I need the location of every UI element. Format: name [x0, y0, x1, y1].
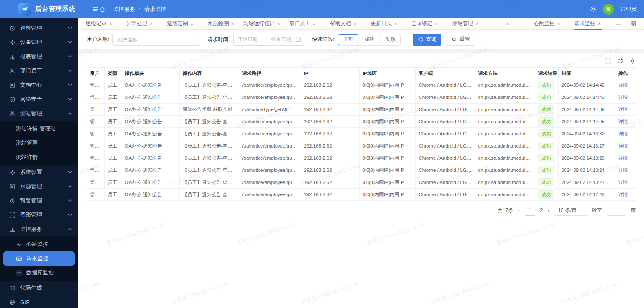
sidebar-item-database-monitor[interactable]: 数据库监控	[0, 266, 78, 280]
sidebar-item-document-center[interactable]: 文档中心	[0, 78, 78, 92]
cell-region: 0|0|0|内网IP|内网IP	[359, 128, 415, 140]
detail-link[interactable]: 详情	[618, 192, 628, 197]
close-icon[interactable]: ×	[313, 21, 316, 27]
cell-module: OA办公-通知公告	[122, 140, 179, 152]
close-icon[interactable]: ×	[353, 21, 356, 27]
tab-request-monitor[interactable]: 请求监控×	[567, 18, 608, 29]
sidebar-item-heartbeat-monitor[interactable]: 心跳监控	[0, 237, 78, 251]
detail-link[interactable]: 详情	[618, 83, 628, 88]
sidebar-item-code-generation[interactable]: 代码生成	[0, 281, 78, 295]
tab-water-quality[interactable]: 水质检测×	[200, 18, 241, 29]
tab-inspection-records[interactable]: 巡检记录×	[78, 18, 119, 29]
tab-unnamed[interactable]: ×	[486, 18, 527, 29]
quick-filter-success[interactable]: 成功	[359, 34, 380, 45]
close-icon[interactable]: ×	[109, 21, 112, 27]
username-input[interactable]	[112, 34, 200, 46]
home-icon[interactable]	[99, 6, 106, 13]
cell-user: 管理员	[87, 79, 104, 91]
alarm-icon	[9, 198, 16, 204]
cell-path: /oa/noticeType/getAll	[239, 104, 301, 116]
sidebar-item-station-detail-admin[interactable]: 测站详情-管理站	[0, 122, 78, 136]
sidebar-item-system-settings[interactable]: 系统设置	[0, 165, 78, 179]
tab-department-staff[interactable]: 部门员工×	[282, 18, 323, 29]
quick-filter-all[interactable]: 全部	[338, 34, 359, 45]
sidebar-item-request-monitor[interactable]: 请求监控	[3, 251, 75, 266]
grid-layout-icon[interactable]	[630, 21, 636, 27]
close-icon[interactable]: ×	[150, 21, 153, 27]
tab-changelog[interactable]: 更新日志×	[364, 18, 404, 29]
detail-link[interactable]: 详情	[618, 180, 628, 185]
chevron-down-icon	[68, 199, 72, 202]
sidebar-item-station-detail[interactable]: 测站详情	[0, 150, 78, 164]
gear-icon[interactable]	[590, 6, 597, 13]
quick-filter-fail[interactable]: 失败	[380, 34, 400, 45]
search-button[interactable]: 查询	[413, 34, 441, 46]
sidebar-item-network-security[interactable]: 网络安全	[0, 92, 78, 106]
more-tabs-icon[interactable]: ⋯	[616, 21, 622, 27]
close-icon[interactable]: ×	[475, 21, 478, 27]
page-2-button[interactable]: 2	[540, 207, 543, 213]
close-icon[interactable]: ×	[435, 21, 438, 27]
sidebar-item-monitor-services[interactable]: 监控服务	[0, 222, 78, 236]
prev-page-icon[interactable]: ‹	[518, 207, 520, 214]
tab-exception-handling[interactable]: 异常处理×	[119, 18, 160, 29]
tab-help-docs[interactable]: 帮助文档×	[323, 18, 364, 29]
fullscreen-icon[interactable]	[605, 58, 611, 64]
cell-client: Chrome / Android / LGNexus 5	[415, 176, 475, 189]
close-icon[interactable]: ×	[394, 21, 397, 27]
detail-link[interactable]: 详情	[618, 95, 628, 100]
reset-button[interactable]: 重置	[446, 34, 475, 46]
avatar[interactable]: 管	[603, 4, 614, 15]
tab-line-customization[interactable]: 巡线定制×	[160, 18, 200, 29]
cell-region: 0|0|0|内网IP|内网IP	[359, 176, 415, 189]
sidebar-item-inspection-mgmt[interactable]: 巡检管理	[0, 21, 78, 35]
chevron-down-icon	[579, 209, 583, 212]
tab-login-lock[interactable]: 登录锁定×	[404, 18, 445, 29]
cell-type: 员工	[104, 91, 122, 104]
sidebar-item-device-mgmt[interactable]: 设备管理	[0, 35, 78, 49]
tab-station-mgmt[interactable]: 测站管理×	[445, 18, 486, 29]
detail-link[interactable]: 详情	[618, 143, 628, 148]
close-icon[interactable]: ×	[506, 21, 509, 27]
sidebar-item-water-source-mgmt[interactable]: 水源管理	[0, 179, 78, 194]
cell-type: 员工	[104, 189, 122, 201]
cell-client: Chrome / Android / LGNexus 5	[415, 116, 475, 128]
status-badge: 成功	[538, 129, 554, 138]
close-icon[interactable]: ×	[598, 21, 601, 27]
refresh-icon[interactable]	[617, 58, 623, 64]
detail-link[interactable]: 详情	[618, 155, 628, 160]
sidebar-item-alert-mgmt[interactable]: 预警管理	[0, 194, 78, 208]
sidebar-item-department-staff[interactable]: 部门员工	[0, 64, 78, 78]
detail-link[interactable]: 详情	[618, 131, 628, 136]
cell-module: OA办公-通知公告	[122, 176, 179, 189]
detail-link[interactable]: 详情	[618, 168, 628, 173]
close-icon[interactable]: ×	[557, 21, 560, 27]
status-badge: 成功	[538, 178, 554, 186]
status-badge: 成功	[538, 166, 554, 174]
sidebar-item-graphics-mgmt[interactable]: 图形管理	[0, 208, 78, 222]
close-icon[interactable]: ×	[231, 21, 234, 27]
sidebar-item-station-mgmt-sub[interactable]: 测站管理	[0, 136, 78, 150]
column-settings-icon[interactable]	[629, 58, 636, 64]
date-range-picker[interactable]: 开始日期 → 结束日期	[233, 34, 305, 46]
sidebar-item-report-mgmt[interactable]: 报表管理	[0, 49, 78, 64]
jump-page-input[interactable]	[607, 205, 626, 216]
user-name[interactable]: 管理员	[620, 5, 636, 13]
page-size-select[interactable]: 10 条/页	[554, 205, 587, 216]
page-1-button[interactable]: 1	[525, 205, 535, 216]
detail-link[interactable]: 详情	[618, 119, 628, 124]
sidebar-item-station-mgmt[interactable]: 测站管理	[0, 106, 78, 121]
sidebar-item-basic-info[interactable]: 基本信息	[0, 18, 78, 21]
collapse-menu-icon[interactable]	[92, 6, 99, 13]
breadcrumb-section[interactable]: 监控服务	[113, 5, 135, 13]
next-page-icon[interactable]: ›	[547, 207, 549, 214]
cell-ip: 192.168.2.62	[301, 116, 359, 128]
close-icon[interactable]: ×	[190, 21, 193, 27]
cell-method: cn.px.sa.admin.module.busi...	[475, 152, 535, 164]
tab-pump-station-stats[interactable]: 泵站运行统计×	[242, 18, 282, 29]
tab-heartbeat-monitor[interactable]: 心跳监控×	[527, 18, 567, 29]
sidebar-item-gis[interactable]: GIS	[0, 295, 78, 308]
cell-time: 2024-09-02 14:12:46	[558, 189, 615, 201]
close-icon[interactable]: ×	[277, 21, 280, 27]
detail-link[interactable]: 详情	[618, 107, 628, 112]
